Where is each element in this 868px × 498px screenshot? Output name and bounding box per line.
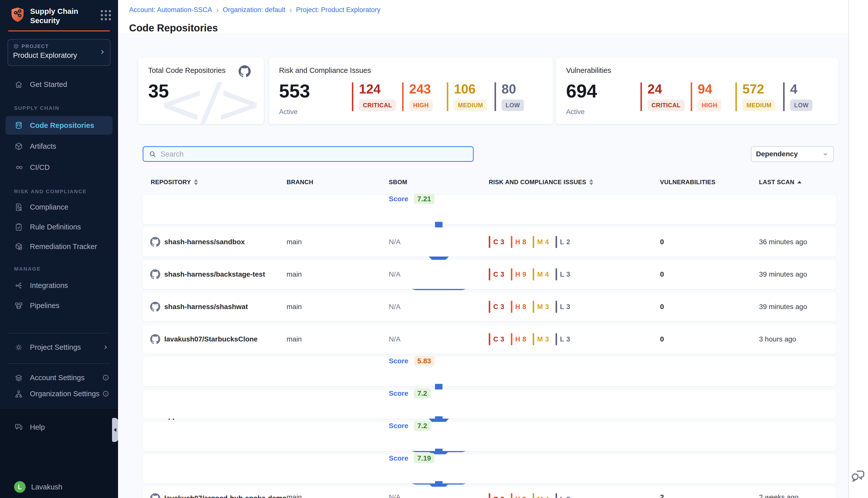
search-input[interactable] — [160, 150, 468, 159]
sidebar-collapse-handle[interactable] — [112, 418, 119, 442]
sidebar-item-get-started[interactable]: Get Started — [0, 74, 118, 94]
table-row[interactable]: tejakummarikuntla/filler-app-node main S… — [143, 390, 836, 419]
sidebar-divider — [8, 363, 110, 364]
branch-value: main — [286, 238, 389, 246]
sidebar-item-artifacts[interactable]: Artifacts — [0, 136, 118, 156]
gear-icon — [14, 343, 23, 352]
breadcrumb-separator: › — [216, 6, 219, 13]
sidebar-item-integrations[interactable]: Integrations — [0, 275, 118, 296]
project-name: Product Exploratory — [13, 51, 105, 60]
sbom-score-link[interactable]: Score — [389, 422, 409, 430]
sbom-score-badge: 7.2 — [414, 421, 431, 431]
page-header: Account: Automation-SSCA › Organization:… — [118, 0, 849, 35]
sidebar-item-compliance[interactable]: Compliance — [0, 197, 118, 217]
table-row[interactable]: tejakummarikuntla/gh-actions-artifacts m… — [143, 422, 836, 451]
low-stat: 4 LOW — [783, 82, 813, 111]
table-row[interactable]: lavakush07/easybuggy-vulnerable-app… mai… — [143, 357, 836, 386]
info-icon[interactable] — [102, 390, 109, 397]
column-last-scan[interactable]: LAST SCAN — [758, 179, 836, 186]
breadcrumb-organization[interactable]: Organization: default — [223, 6, 285, 14]
table-row[interactable]: shash-harness/backstage-test main N/A C3… — [143, 260, 836, 289]
layers-icon — [14, 373, 23, 382]
table-row[interactable]: shash-harness/backstage-plugins main Sco… — [143, 195, 836, 224]
dependency-filter-dropdown[interactable]: Dependency — [751, 146, 834, 162]
brand-divider — [8, 30, 110, 31]
apps-grid-icon[interactable] — [101, 10, 111, 21]
low-chip: L3 — [556, 493, 570, 498]
vulnerabilities-card: Vulnerabilities 694 Active 24 CRITICAL 9… — [556, 58, 838, 124]
chevron-down-icon — [822, 150, 829, 158]
critical-chip: C3 — [489, 236, 504, 248]
breadcrumb-project[interactable]: Project: Product Exploratory — [296, 6, 380, 14]
sbom-score-link[interactable]: Score — [389, 357, 409, 365]
repository-name[interactable]: shash-harness/sandbox — [164, 238, 245, 246]
sbom-not-available: N/A — [389, 238, 401, 246]
last-scan: 39 minutes ago — [758, 303, 836, 311]
branch-value: main — [286, 335, 389, 343]
section-supply-chain: SUPPLY CHAIN — [14, 105, 59, 111]
repository-name[interactable]: lavakush07/argocd-hub-spoke-demo — [164, 494, 286, 498]
vulns-severity-row: 24 CRITICAL 94 HIGH 572 MEDIUM 4 LOW — [640, 82, 813, 111]
high-chip: H8 — [511, 333, 526, 345]
last-scan: 39 minutes ago — [758, 270, 836, 278]
user-menu[interactable]: L Lavakush — [0, 477, 118, 497]
branch-value: main — [286, 493, 389, 498]
sbom-score-link[interactable]: Score — [389, 454, 409, 462]
column-repository[interactable]: REPOSITORY — [143, 179, 286, 186]
sidebar-item-help[interactable]: ? Help — [0, 417, 118, 437]
project-label: PROJECT — [22, 43, 49, 49]
vulnerability-count: 2 — [658, 493, 758, 498]
repository-name[interactable]: shash-harness/backstage-test — [164, 270, 265, 278]
medium-chip: M4 — [533, 493, 549, 498]
active-label: Active — [279, 108, 298, 116]
user-name: Lavakush — [31, 483, 62, 491]
info-icon[interactable] — [102, 374, 109, 381]
sbom-score-badge: 5.83 — [414, 356, 435, 366]
vulnerability-count: 0 — [658, 335, 758, 343]
table-row[interactable]: lavakush07/argocd-hub-spoke-demo main N/… — [143, 487, 836, 498]
table-row[interactable]: shash-harness/sandbox main N/A C3 H8 M4 … — [143, 227, 836, 257]
project-selector[interactable]: PROJECT Product Exploratory — [8, 39, 110, 66]
repository-name[interactable]: lavakush07/StarbucksClone — [164, 335, 258, 343]
sidebar-item-code-repositories[interactable]: Code Repositories — [5, 116, 112, 135]
sort-icon — [589, 179, 593, 185]
medium-chip: M3 — [533, 301, 549, 313]
table-row[interactable]: lavakush07/StarbucksClone main N/A C3 H8… — [143, 325, 836, 354]
scrollbar-gutter[interactable] — [849, 0, 868, 498]
compliance-doc-icon — [14, 202, 23, 212]
github-icon — [150, 237, 160, 247]
main-content: Account: Automation-SSCA › Organization:… — [118, 0, 868, 498]
column-sbom: SBOM — [389, 179, 489, 186]
critical-chip: C3 — [489, 301, 504, 313]
pipelines-icon — [14, 301, 23, 310]
last-scan: 36 minutes ago — [758, 238, 836, 246]
avatar: L — [14, 481, 26, 493]
code-repository-icon — [14, 121, 23, 130]
table-row[interactable]: shash-harness/shashwat main N/A C3 H8 M3… — [143, 292, 836, 322]
repository-name[interactable]: shash-harness/shashwat — [164, 303, 248, 311]
chat-support-button[interactable] — [850, 467, 867, 484]
risk-severity-row: 124 CRITICAL 243 HIGH 106 MEDIUM 80 LOW — [352, 82, 525, 111]
sidebar-item-project-settings[interactable]: Project Settings — [0, 337, 118, 357]
column-issues[interactable]: RISK AND COMPLIANCE ISSUES — [489, 179, 658, 186]
sidebar-item-cicd[interactable]: CI/CD — [0, 157, 118, 178]
github-icon — [150, 302, 160, 312]
sbom-score-badge: 7.21 — [414, 194, 435, 204]
medium-chip: M3 — [533, 333, 549, 345]
sidebar-item-remediation-tracker[interactable]: Remediation Tracker — [0, 236, 118, 257]
sort-icon — [194, 179, 198, 185]
sbom-score-link[interactable]: Score — [389, 195, 409, 203]
sidebar-item-organization-settings[interactable]: Organization Settings — [0, 384, 118, 404]
breadcrumb-account[interactable]: Account: Automation-SSCA — [129, 6, 212, 14]
sbom-score-link[interactable]: Score — [389, 390, 409, 397]
critical-chip: C3 — [489, 493, 504, 498]
breadcrumb-separator: › — [289, 6, 292, 13]
medium-stat: 572 MEDIUM — [735, 82, 783, 111]
high-stat: 243 HIGH — [402, 82, 447, 111]
critical-stat: 24 CRITICAL — [640, 82, 691, 111]
column-vulnerabilities: VULNERABILITIES — [658, 179, 758, 186]
table-row[interactable]: tejakummarikuntla/gh-actions main Score … — [143, 454, 836, 483]
sidebar-item-pipelines[interactable]: Pipelines — [0, 296, 118, 316]
sidebar-item-rule-definitions[interactable]: Rule Definitions — [0, 217, 118, 237]
last-scan: 2 weeks ago — [758, 493, 836, 498]
